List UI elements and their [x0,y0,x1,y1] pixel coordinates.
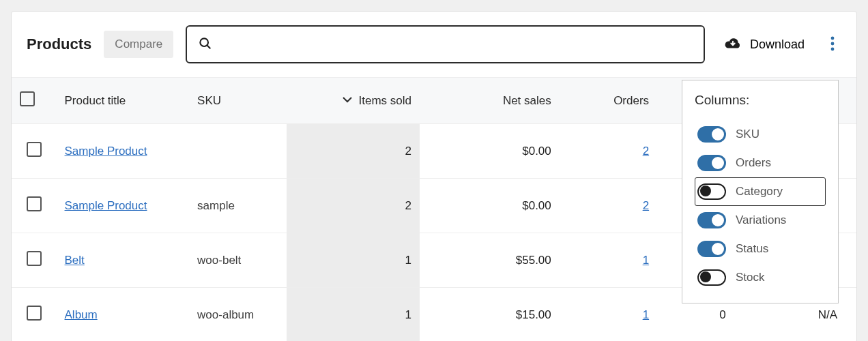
svg-line-1 [207,45,211,48]
toggle-switch[interactable] [697,269,726,286]
columns-popover-title: Columns: [695,93,826,108]
more-options-button[interactable] [824,31,841,58]
toggle-label: Stock [736,271,765,284]
columns-popover: Columns: SKUOrdersCategoryVariationsStat… [682,80,839,303]
svg-point-4 [831,47,835,50]
net-sales-cell: $0.00 [420,124,560,179]
sku-text: sample [197,199,235,212]
orders-link[interactable]: 1 [643,308,649,321]
row-checkbox[interactable] [27,196,42,211]
items-sold-cell: 2 [287,124,420,179]
download-button[interactable]: Download [717,30,811,59]
orders-link[interactable]: 1 [643,254,649,267]
product-title-link[interactable]: Album [65,308,98,321]
search-input[interactable] [186,25,705,63]
row-checkbox[interactable] [27,251,42,266]
items-sold-cell: 2 [287,179,420,233]
page-title: Products [27,35,91,53]
toggle-switch[interactable] [697,183,726,200]
column-toggle-row[interactable]: Status [695,235,826,263]
compare-button[interactable]: Compare [104,31,173,58]
items-sold-cell: 1 [287,233,420,288]
column-toggle-row[interactable]: Orders [695,149,826,177]
download-label: Download [750,38,805,52]
toggle-knob [700,186,711,196]
product-title-link[interactable]: Sample Product [65,145,147,158]
toggle-knob [712,214,724,226]
toggle-label: Orders [736,156,771,170]
row-checkbox[interactable] [27,306,42,321]
column-toggle-row[interactable]: Variations [695,206,826,235]
toggle-label: Variations [736,213,786,227]
product-title-link[interactable]: Belt [65,254,85,267]
orders-link[interactable]: 2 [643,199,649,212]
toggle-switch[interactable] [697,155,726,171]
sku-text: woo-album [197,308,254,321]
column-header-sku[interactable]: SKU [189,78,287,124]
net-sales-cell: $0.00 [420,179,560,233]
orders-link[interactable]: 2 [643,145,649,158]
toggle-knob [700,271,711,282]
svg-point-2 [831,36,835,40]
column-header-title[interactable]: Product title [57,78,190,124]
column-toggle-row[interactable]: SKU [695,120,826,149]
download-cloud-icon [724,35,742,54]
products-panel: Products Compare Download [11,11,857,341]
column-header-orders[interactable]: Orders [560,78,657,124]
toggle-knob [712,157,724,169]
kebab-icon [830,35,835,54]
net-sales-cell: $55.00 [420,233,560,288]
sku-text: woo-belt [197,254,241,267]
toggle-label: SKU [736,128,760,141]
toggle-label: Category [736,185,783,198]
column-header-items-sold[interactable]: Items sold [287,78,420,124]
toggle-switch[interactable] [697,126,726,143]
svg-point-0 [201,38,209,46]
toggle-switch[interactable] [697,212,726,228]
search-wrap [186,25,705,63]
items-sold-cell: 1 [287,288,420,342]
net-sales-cell: $15.00 [420,288,560,342]
svg-point-3 [831,42,835,45]
toggle-knob [712,128,724,140]
chevron-down-icon [342,94,353,108]
select-all-checkbox[interactable] [20,91,35,106]
column-header-net-sales[interactable]: Net sales [420,78,560,124]
toggle-label: Status [736,242,768,256]
toggle-knob [712,243,724,255]
column-toggle-row[interactable]: Stock [695,263,826,292]
product-title-link[interactable]: Sample Product [65,199,147,212]
row-checkbox[interactable] [27,142,42,157]
column-toggle-row[interactable]: Category [695,177,826,206]
column-header-select [12,78,57,124]
toggle-switch[interactable] [697,241,726,257]
search-icon [198,36,212,53]
panel-header: Products Compare Download [12,12,856,78]
